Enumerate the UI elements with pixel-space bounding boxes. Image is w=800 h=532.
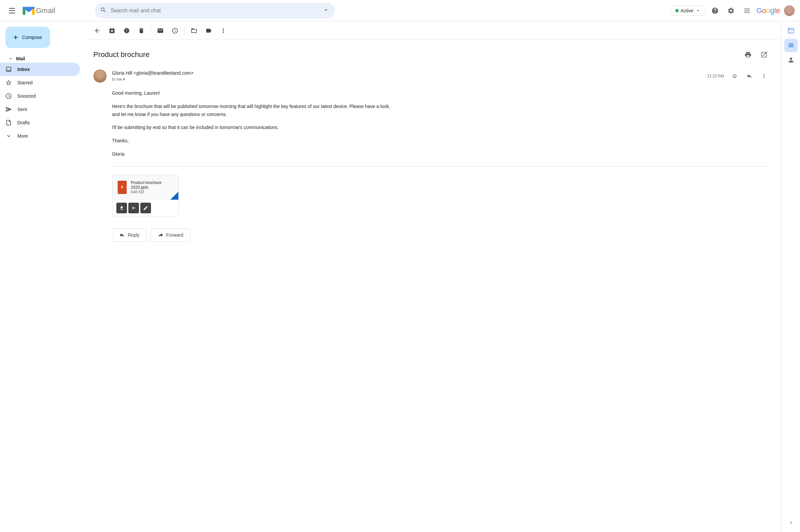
- calendar-panel-button[interactable]: 1: [784, 24, 798, 37]
- search-dropdown-icon[interactable]: [323, 7, 329, 15]
- edit-attachment-button[interactable]: [140, 203, 151, 213]
- sidebar-item-inbox[interactable]: Inbox: [0, 63, 80, 76]
- sidebar-item-label: Snoozed: [17, 93, 36, 99]
- email-content-area: Product brochure: [85, 40, 781, 532]
- email-timestamp: 11:22 AM: [707, 74, 724, 78]
- svg-rect-2: [788, 29, 794, 30]
- sidebar-item-label: Drafts: [17, 120, 30, 125]
- active-status-button[interactable]: Active: [670, 6, 706, 16]
- attachment-size: 646 KB: [131, 190, 173, 194]
- label-button[interactable]: [202, 24, 215, 37]
- email-body-greeting: Good morning, Lauren!: [112, 89, 393, 97]
- topbar-right: Active Google: [670, 4, 795, 17]
- main-layout: + Compose Mail Inbox Starred Snooze: [0, 21, 800, 532]
- google-logo: Google: [756, 6, 780, 15]
- mark-unread-button[interactable]: [154, 24, 167, 37]
- reply-button[interactable]: Reply: [112, 228, 147, 242]
- spam-button[interactable]: [120, 24, 133, 37]
- inbox-icon: [5, 66, 12, 73]
- help-button[interactable]: [708, 4, 722, 17]
- snooze-button[interactable]: [168, 24, 182, 37]
- email-body-para1: Here's the brochure that will be publish…: [112, 103, 393, 119]
- reply-forward-area: Reply Forward: [93, 228, 771, 242]
- email-header: Gloria Hill <gloria@brandtleeland.com> t…: [93, 69, 771, 83]
- email-divider: [112, 166, 771, 167]
- right-panel: 1: [781, 21, 800, 532]
- attachment-corner-badge: [170, 192, 178, 200]
- email-subject-actions: [741, 48, 771, 61]
- svg-rect-1: [788, 28, 794, 33]
- toolbar-divider-1: [151, 27, 151, 35]
- attachment-name: Product brochure 2020.pptx: [131, 180, 173, 190]
- compose-label: Compose: [22, 35, 42, 40]
- draft-icon: [5, 119, 12, 126]
- attachment-area: P Product brochure 2020.pptx 646 KB: [93, 175, 771, 218]
- download-attachment-button[interactable]: [116, 203, 127, 213]
- apps-button[interactable]: [740, 4, 754, 17]
- email-body: Good morning, Lauren! Here's the brochur…: [93, 89, 393, 158]
- email-time-row: 11:22 AM: [707, 69, 771, 83]
- active-dot: [675, 9, 679, 12]
- menu-button[interactable]: [5, 4, 19, 17]
- settings-button[interactable]: [724, 4, 738, 17]
- topbar-left: Gmail: [5, 4, 92, 17]
- mail-section[interactable]: Mail: [0, 53, 85, 63]
- compose-plus-icon: +: [13, 33, 18, 42]
- topbar: Gmail Active Google: [0, 0, 800, 21]
- forward-button[interactable]: Forward: [151, 228, 190, 242]
- sidebar-item-more[interactable]: More: [0, 129, 80, 142]
- gmail-logo[interactable]: Gmail: [23, 6, 55, 15]
- compose-button[interactable]: + Compose: [5, 27, 50, 48]
- email-view: Product brochure: [85, 21, 781, 532]
- email-body-para2: I'll be submitting by eod so that it can…: [112, 124, 393, 132]
- email-body-sign1: Thanks,: [112, 137, 393, 145]
- gmail-logo-text: Gmail: [36, 6, 55, 15]
- clock-icon: [5, 93, 12, 99]
- attachment-info: Product brochure 2020.pptx 646 KB: [131, 180, 173, 194]
- search-icon: [100, 7, 107, 15]
- back-button[interactable]: [91, 24, 104, 37]
- delete-button[interactable]: [135, 24, 148, 37]
- open-new-window-button[interactable]: [757, 48, 771, 61]
- email-actions: [728, 69, 771, 83]
- chevron-down-icon: [5, 133, 12, 139]
- toolbar-divider-2: [184, 27, 185, 35]
- toolbar: [85, 21, 781, 40]
- search-input[interactable]: [111, 8, 320, 14]
- contacts-panel-button[interactable]: [784, 53, 798, 66]
- sender-avatar: [93, 69, 107, 83]
- sidebar-item-snoozed[interactable]: Snoozed: [0, 89, 80, 103]
- print-button[interactable]: [741, 48, 755, 61]
- sidebar-item-starred[interactable]: Starred: [0, 76, 80, 89]
- reply-quick-button[interactable]: [743, 69, 756, 83]
- more-toolbar-button[interactable]: [217, 24, 230, 37]
- active-label: Active: [681, 8, 693, 13]
- sidebar-item-sent[interactable]: Sent: [0, 103, 80, 116]
- svg-text:1: 1: [789, 31, 791, 33]
- star-button[interactable]: [728, 69, 741, 83]
- to-me-label[interactable]: to me ▾: [112, 77, 125, 82]
- sidebar-item-label: Inbox: [17, 66, 30, 72]
- attachment-card: P Product brochure 2020.pptx 646 KB: [112, 175, 179, 216]
- sidebar-item-label: More: [17, 133, 28, 139]
- more-email-button[interactable]: [757, 69, 771, 83]
- expand-panel-button[interactable]: [784, 516, 798, 529]
- search-bar: [95, 3, 335, 18]
- avatar[interactable]: [784, 5, 795, 16]
- attachment-actions: [112, 200, 178, 216]
- pptx-icon: P: [118, 180, 127, 194]
- tasks-panel-button[interactable]: [784, 39, 798, 52]
- attachment-preview: P Product brochure 2020.pptx 646 KB: [112, 175, 178, 200]
- save-drive-button[interactable]: [128, 203, 139, 213]
- star-icon: [5, 79, 12, 86]
- send-icon: [5, 106, 12, 113]
- email-meta: Gloria Hill <gloria@brandtleeland.com> t…: [112, 69, 771, 83]
- sender-name: Gloria Hill <gloria@brandtleeland.com>: [112, 70, 194, 76]
- sidebar-item-label: Starred: [17, 80, 33, 86]
- move-button[interactable]: [187, 24, 201, 37]
- sidebar-item-drafts[interactable]: Drafts: [0, 116, 80, 129]
- sender-info: Gloria Hill <gloria@brandtleeland.com> t…: [112, 70, 194, 82]
- archive-button[interactable]: [105, 24, 119, 37]
- email-subject-row: Product brochure: [93, 48, 771, 61]
- email-subject: Product brochure: [93, 50, 150, 59]
